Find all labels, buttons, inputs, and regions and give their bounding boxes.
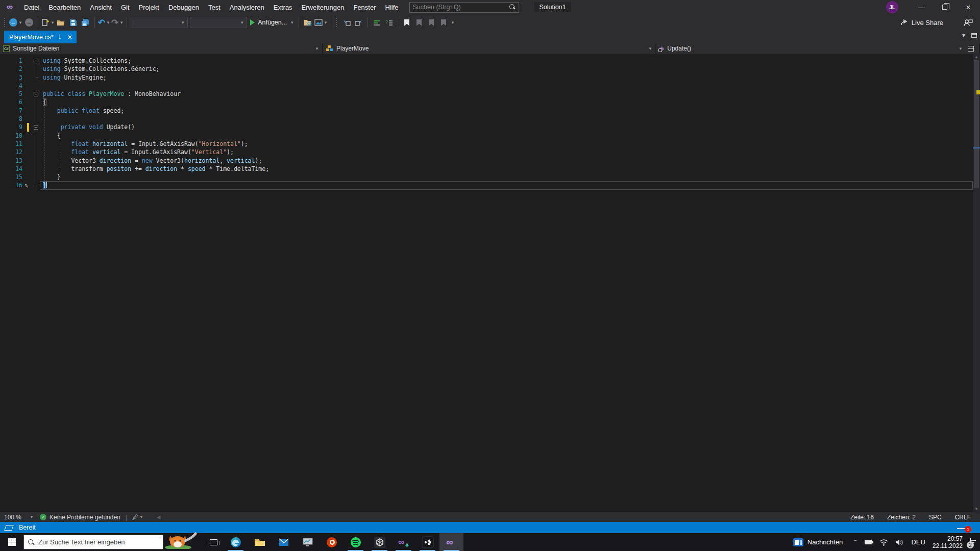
code-line-15[interactable]: 15 }: [0, 173, 980, 181]
navigate-forward-button[interactable]: →: [23, 16, 35, 29]
taskbar-app-mail[interactable]: [272, 533, 296, 551]
open-file-button[interactable]: [56, 16, 67, 29]
project-scope-dropdown[interactable]: C# Sonstige Dateien ▼: [0, 43, 323, 54]
save-all-button[interactable]: [80, 16, 91, 29]
code-cleanup-chevron[interactable]: ▼: [139, 515, 143, 519]
zoom-control-dropdown[interactable]: 100 %▼: [4, 514, 40, 521]
tray-overflow-chevron-icon[interactable]: ⌃: [853, 539, 857, 545]
code-line-7[interactable]: 7 public float speed;: [0, 107, 980, 115]
code-text[interactable]: private void Update(): [40, 123, 973, 131]
line-ending-indicator[interactable]: CRLF: [955, 514, 971, 521]
insert-mode-indicator[interactable]: SPC: [929, 514, 942, 521]
menu-hilfe[interactable]: Hilfe: [381, 0, 403, 14]
undo-button[interactable]: ↶▼: [98, 16, 110, 29]
code-text[interactable]: public class PlayerMove : MonoBehaviour: [40, 90, 973, 98]
fold-margin[interactable]: –: [32, 123, 40, 131]
redo-button[interactable]: ↷▼: [111, 16, 124, 29]
type-dropdown[interactable]: PlayerMove ▼: [323, 43, 656, 54]
active-files-chevron-icon[interactable]: ▼: [961, 33, 966, 38]
float-window-icon[interactable]: [971, 33, 977, 38]
clock[interactable]: 20:57 22.11.2022: [933, 535, 963, 549]
scroll-down-icon[interactable]: ▼: [973, 507, 980, 511]
clear-bookmarks-button[interactable]: [438, 16, 449, 29]
code-text[interactable]: [40, 115, 973, 123]
code-text[interactable]: [40, 82, 973, 90]
taskbar-app-visual-studio[interactable]: ∞: [439, 533, 463, 551]
taskbar-app-unity-hub[interactable]: [368, 533, 391, 551]
code-line-14[interactable]: 14 transform positon += direction * spee…: [0, 165, 980, 173]
close-tab-icon[interactable]: ✕: [67, 34, 72, 41]
uncomment-lines-button[interactable]: ?: [383, 16, 395, 29]
member-dropdown[interactable]: ◈ Update() ▼: [656, 43, 980, 54]
live-share-button[interactable]: Live Share: [897, 16, 946, 29]
code-line-11[interactable]: 11 float horizontal = Input.GetAxisRaw("…: [0, 140, 980, 148]
account-avatar[interactable]: JL: [886, 1, 898, 13]
taskbar-search-input[interactable]: Zur Suche Text hier eingeben: [23, 535, 163, 549]
code-line-8[interactable]: 8: [0, 115, 980, 123]
code-text[interactable]: transform positon += direction * speed *…: [40, 165, 973, 173]
next-bookmark-button[interactable]: [426, 16, 437, 29]
fold-margin[interactable]: –: [32, 57, 40, 65]
new-file-button[interactable]: ✦ ▼: [41, 16, 55, 29]
action-center-button[interactable]: 2: [970, 538, 971, 546]
toolbar-grip[interactable]: [336, 18, 338, 27]
quick-search-input[interactable]: Suchen (Strg+Q): [409, 2, 519, 13]
code-line-1[interactable]: 1–using System.Collections;: [0, 57, 980, 65]
code-line-6[interactable]: 6{: [0, 98, 980, 106]
scroll-up-icon[interactable]: ▲: [973, 55, 980, 59]
background-tasks-icon[interactable]: [4, 525, 14, 531]
toolbar-overflow-chevron[interactable]: ▼: [451, 20, 455, 25]
hscroll-left-icon[interactable]: ◀: [157, 514, 161, 520]
comment-lines-button[interactable]: [371, 16, 382, 29]
vertical-scrollbar[interactable]: ▲ ▼: [973, 54, 980, 512]
code-text[interactable]: {: [40, 98, 973, 106]
menu-datei[interactable]: Datei: [19, 0, 44, 14]
code-line-5[interactable]: 5–public class PlayerMove : MonoBehaviou…: [0, 90, 980, 98]
line-indicator[interactable]: Zeile: 16: [850, 514, 874, 521]
tab-playermove[interactable]: PlayerMove.cs* ✕: [4, 31, 77, 43]
taskbar-app-office[interactable]: [320, 533, 344, 551]
code-line-9[interactable]: 9– private void Update(): [0, 123, 980, 131]
previous-bookmark-button[interactable]: [413, 16, 425, 29]
menu-bearbeiten[interactable]: Bearbeiten: [44, 0, 85, 14]
configuration-dropdown[interactable]: ▼: [131, 17, 188, 28]
save-button[interactable]: [68, 16, 79, 29]
restore-button[interactable]: [933, 0, 957, 14]
code-text[interactable]: Vector3 direction = new Vector3(horizont…: [40, 157, 973, 165]
code-line-3[interactable]: 3using UnityEngine;: [0, 73, 980, 82]
news-and-interests-button[interactable]: Nachrichten: [790, 533, 846, 551]
menu-test[interactable]: Test: [204, 0, 225, 14]
start-button[interactable]: [0, 533, 23, 551]
code-text[interactable]: using UnityEngine;: [40, 73, 973, 82]
speaker-icon[interactable]: [895, 539, 904, 546]
battery-icon[interactable]: [865, 540, 872, 544]
menu-fenster[interactable]: Fenster: [349, 0, 380, 14]
toggle-bookmark-button[interactable]: [401, 16, 412, 29]
taskbar-app-system-monitor[interactable]: [296, 533, 320, 551]
toolbar-grip[interactable]: [4, 18, 7, 27]
feedback-icon[interactable]: [964, 19, 973, 27]
navigate-back-button[interactable]: ←▼: [9, 16, 22, 29]
menu-analysieren[interactable]: Analysieren: [225, 0, 269, 14]
code-text[interactable]: float vertical = Input.GetAxisRaw("Verti…: [40, 148, 973, 156]
collapse-region-icon[interactable]: –: [34, 125, 38, 130]
menu-ansicht[interactable]: Ansicht: [85, 0, 116, 14]
menu-projekt[interactable]: Projekt: [134, 0, 164, 14]
code-text[interactable]: {: [40, 132, 973, 140]
language-indicator[interactable]: DEU: [911, 538, 925, 546]
fold-margin[interactable]: –: [32, 90, 40, 98]
navigate-backward-cursor-button[interactable]: [341, 16, 352, 29]
scrollbar-thumb[interactable]: [974, 60, 979, 188]
code-text[interactable]: }: [40, 173, 973, 181]
collapse-region-icon[interactable]: –: [34, 92, 38, 96]
taskbar-app-edge[interactable]: [224, 533, 248, 551]
code-line-12[interactable]: 12 float vertical = Input.GetAxisRaw("Ve…: [0, 148, 980, 156]
taskbar-app-spotify[interactable]: [344, 533, 368, 551]
solution-name[interactable]: Solution1: [534, 2, 571, 12]
solution-explorer-sync-button[interactable]: ▼: [314, 16, 328, 29]
menu-git[interactable]: Git: [116, 0, 134, 14]
navigate-forward-cursor-button[interactable]: [353, 16, 364, 29]
taskbar-app-unity-editor[interactable]: [415, 533, 439, 551]
find-in-files-button[interactable]: [302, 16, 313, 29]
close-button[interactable]: ✕: [957, 0, 980, 14]
